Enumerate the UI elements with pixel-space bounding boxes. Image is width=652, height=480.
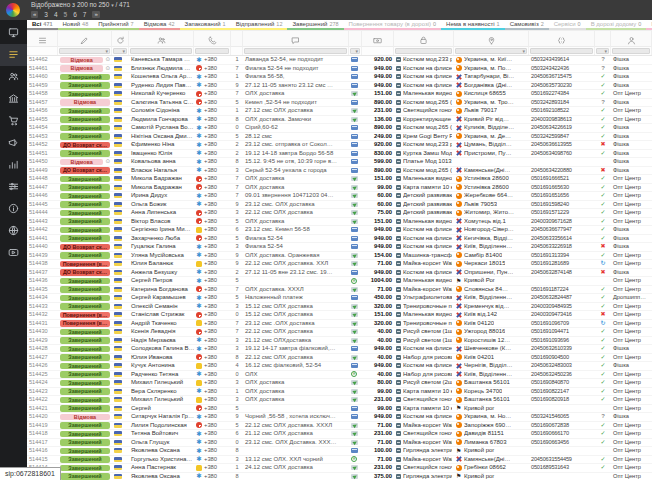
table-row[interactable]: 514414ЗавершенийАнна Пастернак+380124.12… — [27, 464, 652, 473]
phone-cell[interactable]: ✱+380 — [194, 337, 231, 345]
tracking-number[interactable]: 0501690904500 — [529, 354, 595, 362]
table-row[interactable]: 514455ЗавершенийЛюдмила Гончарова✱+3808О… — [27, 116, 652, 125]
tab-Всі[interactable]: Всі471 — [27, 20, 58, 30]
status-badge[interactable]: Завершений — [60, 108, 110, 115]
status-badge[interactable]: Завершений — [60, 380, 110, 387]
tracking-number[interactable]: 0501691665630 — [529, 184, 595, 192]
phone-cell[interactable]: ✱+380 — [194, 167, 231, 175]
phone-cell[interactable]: ✱+380 — [194, 133, 231, 141]
tracking-number[interactable]: 20400309473416 — [529, 311, 595, 319]
phone-cell[interactable]: +380 — [194, 209, 231, 217]
phone-cell[interactable]: +380 — [194, 260, 231, 268]
tab-В дорозі додому[interactable]: В дорозі додому0 — [586, 20, 647, 30]
table-row[interactable]: 514449ДО Возврат ск…Власюк Наталья✱+3803… — [27, 167, 652, 176]
status-badge[interactable]: Завершений — [60, 456, 110, 463]
phone-cell[interactable]: ✱+380 — [194, 82, 231, 90]
phone-cell[interactable]: ✱+380 — [194, 294, 231, 302]
table-row[interactable]: 514413ЗавершенийЯковлева Оксана✱+3808375… — [27, 473, 652, 480]
tracking-number[interactable]: 0501691187224 — [529, 286, 595, 294]
status-badge[interactable]: Завершений — [60, 133, 110, 140]
tracking-number[interactable]: 0503243422436 — [529, 65, 595, 73]
table-row[interactable]: 514440ДО Возврат ск…Гуцалюк Галина✱+3803… — [27, 243, 652, 252]
status-badge[interactable]: Завершений — [60, 388, 110, 395]
status-badge[interactable]: Завершений — [60, 303, 110, 310]
tracking-number[interactable]: 20450632483003 — [529, 362, 595, 370]
phone-cell[interactable]: ✱+380 — [194, 141, 231, 149]
tab-Завершений[interactable]: Завершений278 — [287, 20, 343, 30]
tracking-number[interactable]: 0501691598240 — [529, 201, 595, 209]
phone-cell[interactable]: ✱+380 — [194, 73, 231, 81]
phone-cell[interactable]: +380 — [194, 379, 231, 387]
table-row[interactable]: 514452ДО Возврат ск…Єфименко Ніна✱+38022… — [27, 141, 652, 150]
tracking-number[interactable]: 0503241546065 — [529, 413, 595, 421]
sidebar-item-sliders[interactable] — [0, 176, 27, 198]
tracking-number[interactable]: 0501691313394 — [529, 252, 595, 260]
status-badge[interactable]: Завершений — [60, 252, 110, 259]
table-row[interactable]: 514462Відмова⊙Каневська Тамара …✱+3801Ла… — [27, 56, 652, 65]
phone-cell[interactable]: +380 — [194, 235, 231, 243]
status-badge[interactable]: Завершений — [60, 125, 110, 132]
phone-cell[interactable]: ✱+380 — [194, 388, 231, 396]
status-badge[interactable]: Відмова — [60, 414, 110, 421]
table-row[interactable]: 514417ЗавершенийОльга Глущук✱+380023.12 … — [27, 439, 652, 448]
table-row[interactable]: 514427ЗавершенийЮлия Иванова+380822.12 с… — [27, 354, 652, 363]
status-badge[interactable]: Завершений — [60, 346, 110, 353]
filter-phone-input[interactable] — [195, 48, 229, 54]
tab-Прийнятий[interactable]: Прийнятий7 — [93, 20, 138, 30]
status-badge[interactable]: Відмова — [60, 159, 103, 166]
page-number-6[interactable]: 6 — [72, 11, 78, 18]
status-badge[interactable]: Завершений — [60, 431, 110, 438]
status-badge[interactable]: Завершений — [60, 354, 110, 361]
table-row[interactable]: 514415ЗавершенийГоргулько Христина…✱+380… — [27, 456, 652, 465]
phone-cell[interactable]: ✱+380 — [194, 371, 231, 379]
filter-comment-input[interactable] — [244, 48, 347, 54]
tracking-number[interactable]: 20450634098760 — [529, 150, 595, 158]
tracking-number[interactable]: 20450636613955 — [529, 141, 595, 149]
phone-cell[interactable]: +380 — [194, 464, 231, 472]
phone-cell[interactable]: ✱+380 — [194, 192, 231, 200]
status-badge[interactable]: ДО Возврат ск… — [60, 167, 110, 174]
table-row[interactable]: 514435ЗавершенийКатерина Богданова+3807О… — [27, 286, 652, 295]
sidebar-item-cart[interactable] — [0, 110, 27, 132]
table-row[interactable]: 514433ЗавершенийОлексій Семанін✱+380315.… — [27, 303, 652, 312]
phone-cell[interactable]: ✱+380 — [194, 107, 231, 115]
status-badge[interactable]: Завершений — [60, 295, 110, 302]
table-row[interactable]: 514430ЗавершенийКсенія Леваднія+380722.1… — [27, 328, 652, 337]
tracking-number[interactable]: 0501690672838 — [529, 422, 595, 430]
filter-status-dropdown[interactable] — [59, 48, 110, 54]
table-row[interactable]: 514442ЗавершенийСергієнко Ірина Ми…+3806… — [27, 226, 652, 235]
tracking-number[interactable]: 0503242893184 — [529, 99, 595, 107]
tracking-number[interactable]: 0501690666170 — [529, 430, 595, 438]
tracking-number[interactable]: 20450636677947 — [529, 226, 595, 234]
tracking-number[interactable]: 0501691096709 — [529, 320, 595, 328]
phone-cell[interactable]: +380 — [194, 286, 231, 294]
phone-cell[interactable]: ✱+380 — [194, 56, 231, 64]
table-row[interactable]: 514420ВідмоваСитарчук Наталія Гр…✱+3809Ч… — [27, 413, 652, 422]
sidebar-item-orders-list[interactable] — [0, 44, 27, 66]
status-badge[interactable]: Завершений — [60, 235, 110, 242]
tab-Пов[interactable]: Пов — [646, 20, 652, 30]
status-badge[interactable]: Завершений — [60, 473, 110, 480]
status-badge[interactable]: Завершений — [60, 176, 110, 183]
phone-cell[interactable]: ✱+380 — [194, 150, 231, 158]
table-row[interactable]: 514444ЗавершенийАнна Липенська+380322.12… — [27, 209, 652, 218]
table-row[interactable]: 514425ЗавершенийРадченко Тетяна✱+3800ОЛХ… — [27, 371, 652, 380]
phone-cell[interactable]: ✱+380 — [194, 252, 231, 260]
phone-cell[interactable]: +380 — [194, 354, 231, 362]
tracking-number[interactable] — [529, 277, 595, 285]
status-badge[interactable]: Завершений — [60, 227, 110, 234]
filter-flag-dropdown[interactable] — [113, 48, 127, 54]
status-badge[interactable]: Повернення (в… — [60, 261, 110, 268]
tracking-number[interactable]: 0501691094471 — [529, 328, 595, 336]
status-badge[interactable]: Завершений — [60, 278, 110, 285]
app-logo[interactable] — [6, 3, 20, 17]
tracking-number[interactable]: 20450632874148 — [529, 269, 595, 277]
phone-cell[interactable]: +380 — [194, 184, 231, 192]
tracking-number[interactable]: 20450635730230 — [529, 82, 595, 90]
tracking-number[interactable]: 20450633356614 — [529, 235, 595, 243]
phone-cell[interactable]: +380 — [194, 175, 231, 183]
table-row[interactable]: 514416ЗавершенийЯковлева Оксана✱+3808100… — [27, 447, 652, 456]
tab-Відправлений[interactable]: Відправлений12 — [231, 20, 288, 30]
tracking-number[interactable]: 0501690822147 — [529, 388, 595, 396]
table-row[interactable]: 514422ЗавершенийМихаил Гилецький+3803ОЛХ… — [27, 396, 652, 405]
